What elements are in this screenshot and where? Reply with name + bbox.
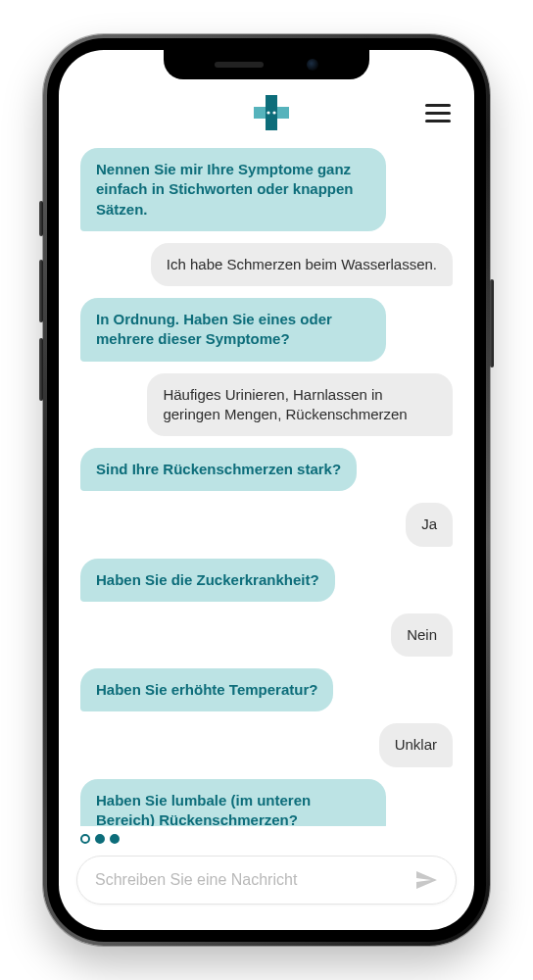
user-message: Ich habe Schmerzen beim Wasserlassen. — [151, 243, 453, 286]
phone-frame: Nennen Sie mir Ihre Symptome ganz einfac… — [43, 34, 490, 946]
svg-point-3 — [266, 111, 269, 114]
user-message: Nein — [391, 613, 453, 657]
side-button-power — [490, 279, 494, 368]
typing-dot — [110, 834, 120, 844]
typing-indicator — [59, 826, 474, 848]
side-button-mute — [39, 201, 43, 236]
message-input-wrap[interactable] — [76, 856, 457, 905]
send-icon[interactable] — [414, 868, 438, 892]
user-message: Häufiges Urinieren, Harnlassen in gering… — [147, 373, 453, 437]
front-camera — [307, 59, 318, 71]
bot-message: Nennen Sie mir Ihre Symptome ganz einfac… — [80, 148, 386, 231]
typing-dot — [95, 834, 105, 844]
typing-dot — [80, 834, 90, 844]
hamburger-menu-icon[interactable] — [425, 104, 451, 122]
bot-message: Haben Sie die Zuckerkrankheit? — [80, 559, 335, 602]
phone-screen: Nennen Sie mir Ihre Symptome ganz einfac… — [59, 50, 474, 930]
message-input[interactable] — [95, 871, 407, 889]
speaker-grille — [215, 62, 264, 68]
bot-message: Haben Sie erhöhte Temperatur? — [80, 668, 333, 711]
user-message: Unklar — [379, 723, 453, 766]
medical-cross-logo-icon — [252, 93, 291, 132]
side-button-vol-down — [39, 338, 43, 401]
user-message: Ja — [406, 503, 453, 546]
phone-notch — [164, 50, 369, 79]
chat-thread[interactable]: Nennen Sie mir Ihre Symptome ganz einfac… — [59, 144, 474, 826]
svg-point-4 — [272, 111, 275, 114]
bot-message: Sind Ihre Rückenschmerzen stark? — [80, 448, 357, 491]
bot-message: In Ordnung. Haben Sie eines oder mehrere… — [80, 298, 386, 362]
bot-message: Haben Sie lumbale (im unteren Bereich) R… — [80, 779, 386, 827]
side-button-vol-up — [39, 260, 43, 322]
